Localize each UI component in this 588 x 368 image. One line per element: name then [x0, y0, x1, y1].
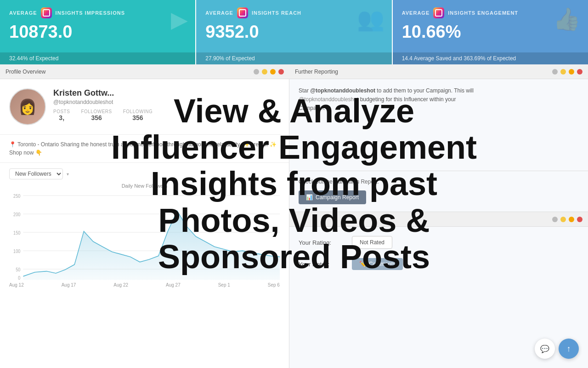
x-label-1: Aug 17: [62, 282, 76, 288]
stat-reach-sublabel: INSIGHTS REACH: [252, 10, 301, 16]
pstat-followers: FOLLOWERS 356: [81, 109, 112, 121]
stats-bar: AVERAGE INSIGHTS IMPRESSIONS 10873.0 ▶ 3…: [0, 0, 588, 64]
svg-text:150: 150: [13, 230, 20, 235]
main-content: 👩 Kristen Gottw... @topknotanddoubleshot…: [0, 79, 588, 368]
lower-window-controls: [552, 217, 582, 222]
star-description: Star @topknotanddoubleshot to add them t…: [299, 86, 579, 113]
right-upper-panel: Star @topknotanddoubleshot to add them t…: [289, 79, 588, 171]
stat-engagement-footer: 14.4 Average Saved and 363.69% of Expect…: [393, 52, 588, 64]
wc-orange-lower[interactable]: [569, 217, 574, 222]
chart-dropdown[interactable]: New Followers: [9, 168, 63, 179]
instagram-icon-engagement: [433, 7, 444, 18]
stat-engagement-value: 10.66%: [402, 22, 579, 42]
pstat-following: FOLLOWING 356: [123, 109, 153, 121]
stat-impressions-value: 10873.0: [9, 22, 186, 42]
rating-section: Your Rating: Not Rated Your Notes: ✏️ Co…: [289, 227, 588, 288]
campaign-text: Check out the Campaign Report.: [299, 178, 579, 185]
stat-impressions-footer: 32.44% of Expected: [0, 52, 195, 64]
instagram-icon-impressions: [41, 7, 52, 18]
left-window-bar: Profile Overview: [0, 64, 289, 79]
wc-orange-right[interactable]: [569, 69, 574, 75]
stat-engagement-header: AVERAGE INSIGHTS ENGAGEMENT: [402, 7, 579, 18]
comments-button[interactable]: ✏️ Comments: [352, 258, 403, 270]
comments-btn-label: Comments: [369, 261, 396, 267]
chart-title: Daily New Followers: [9, 183, 280, 189]
thumbs-bg-icon: 👍: [553, 6, 581, 32]
campaign-report-area: Check out the Campaign Report. 📊 Campaig…: [289, 171, 588, 212]
rating-row: Your Rating: Not Rated: [299, 236, 579, 249]
followers-chart: 250 200 150 100 50 0: [9, 190, 280, 282]
pstat-followers-value: 356: [81, 114, 112, 121]
stat-reach-footer: 27.90% of Expected: [196, 52, 391, 64]
right-window-title: Further Reporting: [295, 69, 338, 75]
right-window-bar: Further Reporting: [289, 64, 588, 79]
stat-impressions: AVERAGE INSIGHTS IMPRESSIONS 10873.0 ▶ 3…: [0, 0, 195, 64]
profile-handle: @topknotanddoubleshot: [53, 99, 280, 105]
wc-gray-right[interactable]: [552, 69, 558, 75]
x-label-2: Aug 22: [113, 282, 128, 288]
wc-yellow-left[interactable]: [262, 69, 267, 75]
svg-text:100: 100: [13, 248, 20, 253]
profile-section: 👩 Kristen Gottw... @topknotanddoubleshot…: [0, 79, 289, 135]
wc-red-left[interactable]: [278, 69, 284, 75]
lower-window-bar: [289, 212, 588, 227]
window-bars-row: Profile Overview Further Reporting: [0, 64, 588, 79]
profile-name: Kristen Gottw...: [53, 88, 280, 98]
wc-yellow-lower[interactable]: [560, 217, 566, 222]
video-bg-icon: ▶: [171, 6, 188, 32]
left-window-controls: [254, 69, 284, 75]
campaign-btn-label: Campaign Report: [316, 194, 359, 201]
profile-info: Kristen Gottw... @topknotanddoubleshot P…: [53, 88, 280, 125]
wc-red-lower[interactable]: [577, 217, 582, 222]
left-panel: 👩 Kristen Gottw... @topknotanddoubleshot…: [0, 79, 289, 368]
svg-text:200: 200: [13, 212, 20, 217]
wc-orange-left[interactable]: [270, 69, 276, 75]
x-axis-labels: Aug 12 Aug 17 Aug 22 Aug 27 Sep 1 Sep 6: [9, 282, 280, 288]
chart-icon: 📊: [306, 194, 313, 201]
stat-reach: AVERAGE INSIGHTS REACH 9352.0 👥 27.90% o…: [195, 0, 392, 64]
chart-controls: New Followers ▾: [9, 168, 280, 179]
stat-reach-value: 9352.0: [205, 22, 382, 42]
wc-yellow-right[interactable]: [560, 69, 566, 75]
stat-reach-avg-label: AVERAGE: [205, 10, 233, 16]
left-window-title: Profile Overview: [6, 69, 45, 75]
pstat-following-value: 356: [123, 114, 153, 121]
profile-avatar: 👩: [9, 88, 46, 125]
profile-stats: POSTS 3, FOLLOWERS 356 FOLLOWING 356: [53, 109, 280, 121]
pstat-posts-value: 3,: [53, 114, 70, 121]
scroll-up-button[interactable]: ↑: [559, 339, 579, 359]
pstat-followers-label: FOLLOWERS: [81, 109, 112, 114]
stat-engagement-avg-label: AVERAGE: [402, 10, 430, 16]
stat-reach-header: AVERAGE INSIGHTS REACH: [205, 7, 382, 18]
chart-container: 250 200 150 100 50 0: [9, 190, 280, 282]
stat-impressions-avg-label: AVERAGE: [9, 10, 37, 16]
x-label-4: Sep 1: [218, 282, 230, 288]
wc-gray-lower[interactable]: [552, 217, 558, 222]
x-label-5: Sep 6: [268, 282, 280, 288]
svg-text:0: 0: [18, 276, 20, 281]
right-window-controls: [552, 69, 582, 75]
chat-float-button[interactable]: 💬: [535, 339, 555, 359]
edit-icon: ✏️: [359, 261, 366, 267]
your-notes-label: Your Notes:: [299, 261, 345, 268]
x-label-3: Aug 27: [166, 282, 181, 288]
campaign-report-button[interactable]: 📊 Campaign Report: [299, 190, 366, 204]
not-rated-button[interactable]: Not Rated: [352, 236, 392, 249]
stat-engagement-sublabel: INSIGHTS ENGAGEMENT: [448, 10, 518, 16]
x-label-0: Aug 12: [9, 282, 24, 288]
chart-area: New Followers ▾ Daily New Followers 250 …: [0, 163, 289, 293]
stat-impressions-header: AVERAGE INSIGHTS IMPRESSIONS: [9, 7, 186, 18]
pstat-posts-label: POSTS: [53, 109, 70, 114]
profile-bio: 📍 Toronto - Ontario Sharing the honest t…: [0, 135, 289, 163]
wc-red-right[interactable]: [577, 69, 582, 75]
instagram-icon-reach: [237, 7, 248, 18]
stat-engagement: AVERAGE INSIGHTS ENGAGEMENT 10.66% 👍 14.…: [393, 0, 588, 64]
your-rating-label: Your Rating:: [299, 239, 345, 246]
wc-gray-left[interactable]: [254, 69, 259, 75]
svg-text:50: 50: [16, 267, 20, 272]
right-panel: Star @topknotanddoubleshot to add them t…: [289, 79, 588, 368]
group-bg-icon: 👥: [357, 6, 384, 32]
stat-impressions-sublabel: INSIGHTS IMPRESSIONS: [56, 10, 125, 16]
pstat-posts: POSTS 3,: [53, 109, 70, 121]
pstat-following-label: FOLLOWING: [123, 109, 153, 114]
